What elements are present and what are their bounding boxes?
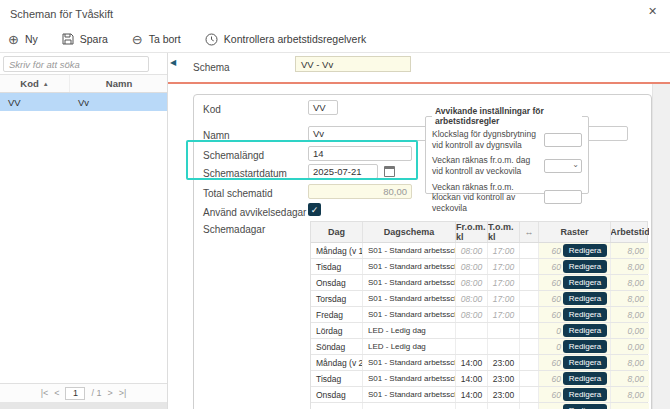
raster-value[interactable]: 60 (541, 374, 561, 384)
dagschema-cell[interactable] (363, 403, 456, 409)
dagschema-cell[interactable]: S01 - Standard arbetssch ... (363, 243, 456, 258)
remove-circle-icon: ⊖ (132, 33, 143, 46)
edit-button[interactable]: Redigera (563, 404, 607, 409)
edit-button[interactable]: Redigera (563, 372, 607, 385)
dagschema-cell[interactable]: S01 - Standard arbetssch ... (363, 371, 456, 386)
dagschema-cell[interactable]: S01 - Standard arbetssch ... (363, 275, 456, 290)
dygnsbrytning-input[interactable] (544, 133, 582, 147)
page-number-input[interactable]: 1 (65, 387, 85, 400)
edit-button[interactable]: Redigera (563, 324, 607, 337)
new-button[interactable]: ⊕ Ny (8, 33, 38, 46)
dagschema-cell[interactable]: S01 - Standard arbetssch ... (363, 291, 456, 306)
to-time-cell[interactable]: 17:00 (488, 291, 520, 306)
edit-button[interactable]: Redigera (563, 388, 607, 401)
collapse-sidebar-icon[interactable]: ◀ (170, 58, 176, 67)
to-time-cell[interactable]: 23:00 (488, 355, 520, 370)
kod-field[interactable]: VV (308, 100, 338, 115)
edit-button[interactable]: Redigera (563, 356, 607, 369)
to-time-cell[interactable] (488, 323, 520, 338)
from-time-cell[interactable]: 14:00 (456, 371, 488, 386)
to-time-cell[interactable]: 17:00 (488, 307, 520, 322)
to-time-cell[interactable]: 17:00 (488, 243, 520, 258)
raster-value[interactable]: 60 (541, 294, 561, 304)
dagschema-cell[interactable]: S01 - Standard arbetssch ... (363, 307, 456, 322)
from-time-cell[interactable]: 08:00 (456, 259, 488, 274)
search-input[interactable]: Skriv för att söka (3, 56, 149, 72)
dagschema-cell[interactable]: LED - Ledig dag (363, 339, 456, 354)
dagschema-cell[interactable]: S01 - Standard arbetssch ... (363, 355, 456, 370)
from-time-cell[interactable] (456, 339, 488, 354)
edit-button[interactable]: Redigera (563, 260, 607, 273)
first-page-icon[interactable]: |< (41, 388, 49, 398)
close-icon[interactable]: ✕ (648, 5, 657, 18)
last-page-icon[interactable]: >| (119, 388, 127, 398)
vertical-scrollbar[interactable] (652, 84, 670, 409)
arbetstid-cell: 8,00 (611, 355, 649, 370)
table-row: Måndag (v 2)S01 - Standard arbetssch ...… (311, 355, 647, 371)
edit-button[interactable]: Redigera (563, 340, 607, 353)
to-time-cell[interactable] (488, 403, 520, 409)
next-page-icon[interactable]: > (108, 388, 113, 398)
arbetstid-cell: 8,00 (611, 371, 649, 386)
schedule-table: Dag Dagschema Fr.o.m. kl T.o.m. kl ↔ Ras… (310, 221, 648, 409)
edit-button[interactable]: Redigera (563, 244, 607, 257)
resize-cell (520, 275, 539, 290)
delete-button[interactable]: ⊖ Ta bort (132, 33, 181, 46)
save-button[interactable]: Spara (62, 33, 108, 45)
total-schematid-label: Total schematid (203, 188, 272, 199)
to-time-cell[interactable]: 17:00 (488, 275, 520, 290)
from-time-cell[interactable]: 08:00 (456, 291, 488, 306)
edit-button[interactable]: Redigera (563, 276, 607, 289)
schemalangd-field[interactable]: 14 (308, 146, 412, 161)
col-arbetstid: Arbetstid (611, 222, 649, 242)
raster-cell: 60Redigera (539, 387, 611, 402)
from-time-cell[interactable]: 08:00 (456, 243, 488, 258)
resize-columns-icon[interactable]: ↔ (525, 227, 534, 237)
veckovila-dag-label: Veckan räknas fr.o.m. dag vid kontroll a… (432, 155, 542, 176)
edit-button[interactable]: Redigera (563, 308, 607, 321)
add-circle-icon: ⊕ (8, 33, 19, 46)
raster-value[interactable]: 60 (541, 358, 561, 368)
to-time-cell[interactable]: 23:00 (488, 387, 520, 402)
from-time-cell[interactable]: 14:00 (456, 387, 488, 402)
veckovila-klockan-input[interactable] (544, 190, 582, 204)
from-time-cell[interactable] (456, 403, 488, 409)
raster-value[interactable]: 0 (541, 326, 561, 336)
dagschema-cell[interactable]: S01 - Standard arbetssch ... (363, 387, 456, 402)
from-time-cell[interactable]: 08:00 (456, 307, 488, 322)
prev-page-icon[interactable]: < (54, 388, 59, 398)
delete-button-label: Ta bort (149, 33, 181, 45)
raster-value[interactable]: 60 (541, 310, 561, 320)
veckovila-dag-select[interactable]: ⌄ (544, 159, 582, 173)
resize-cell (520, 387, 539, 402)
to-time-cell[interactable]: 23:00 (488, 371, 520, 386)
schema-input[interactable]: VV - Vv (295, 56, 411, 72)
calendar-icon[interactable] (384, 166, 395, 177)
col-dag: Dag (311, 222, 363, 242)
day-cell: Tisdag (311, 371, 363, 386)
dagschema-cell[interactable]: LED - Ledig dag (363, 323, 456, 338)
edit-button[interactable]: Redigera (563, 292, 607, 305)
sidebar-table-header: Kod ▲ Namn (0, 75, 167, 93)
raster-value[interactable]: 60 (541, 390, 561, 400)
check-worktime-rules-button[interactable]: Kontrollera arbetstidsregelverk (205, 33, 366, 46)
toolbar: ⊕ Ny Spara ⊖ Ta bort Kontrollera arbetst… (8, 29, 366, 49)
dagschema-cell[interactable]: S01 - Standard arbetssch ... (363, 259, 456, 274)
raster-value[interactable]: 60 (541, 262, 561, 272)
from-time-cell[interactable] (456, 323, 488, 338)
raster-value[interactable]: 0 (541, 342, 561, 352)
to-time-cell[interactable]: 17:00 (488, 259, 520, 274)
schedule-table-header: Dag Dagschema Fr.o.m. kl T.o.m. kl ↔ Ras… (311, 222, 647, 243)
raster-cell: 0Redigera (539, 339, 611, 354)
day-cell: Måndag (v 2) (311, 355, 363, 370)
from-time-cell[interactable]: 14:00 (456, 355, 488, 370)
schemastartdatum-field[interactable]: 2025-07-21 (308, 164, 378, 179)
anvand-avvikelsedagar-checkbox[interactable]: ✓ (308, 203, 321, 216)
sidebar-row-selected[interactable]: VV Vv (0, 93, 167, 111)
to-time-cell[interactable] (488, 339, 520, 354)
column-header-kod[interactable]: Kod ▲ (0, 75, 70, 92)
raster-value[interactable]: 60 (541, 278, 561, 288)
column-header-namn[interactable]: Namn (70, 75, 168, 92)
raster-value[interactable]: 60 (541, 246, 561, 256)
from-time-cell[interactable]: 08:00 (456, 275, 488, 290)
